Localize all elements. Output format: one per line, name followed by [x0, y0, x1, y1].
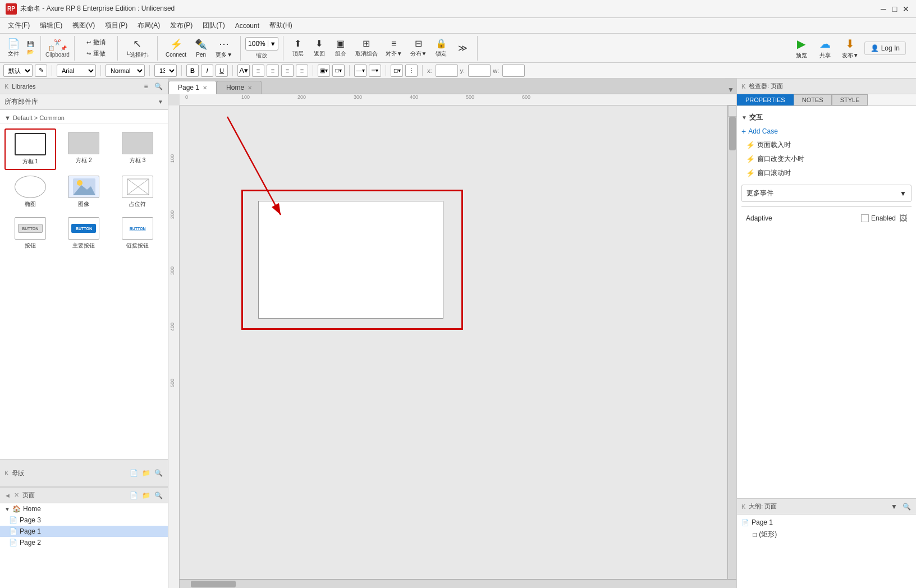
masters-search-icon[interactable]: 🔍 [153, 468, 163, 478]
align-justify-button[interactable]: ≡ [296, 65, 308, 77]
bold-button[interactable]: B [186, 65, 199, 77]
align-right-button[interactable]: ≡ [281, 65, 294, 77]
menu-view[interactable]: 视图(V) [68, 19, 99, 32]
publish-button[interactable]: ⬇ 发布▼ [837, 36, 863, 61]
pages-add-icon[interactable]: 📄 [129, 490, 139, 500]
ungroup-button[interactable]: ⊞ 取消组合 [352, 37, 381, 59]
distribute-button[interactable]: ⊟ 分布▼ [407, 37, 430, 59]
preview-button[interactable]: ▶ 预览 [790, 36, 813, 61]
login-button[interactable]: 👤 Log In [864, 42, 906, 55]
vertical-scrollbar[interactable] [727, 105, 736, 579]
style-selector[interactable]: 默认 [3, 65, 33, 77]
page-item-home[interactable]: ▼ 🏠 Home [0, 503, 168, 514]
page-item-page3[interactable]: 📄 Page 3 [0, 514, 168, 526]
component-box3[interactable]: 方框 3 [112, 128, 163, 170]
tab-home[interactable]: Home ✕ [217, 81, 262, 94]
tab-notes[interactable]: NOTES [794, 94, 832, 105]
menu-layout[interactable]: 布局(A) [133, 19, 164, 32]
libraries-search-icon[interactable]: 🔍 [153, 81, 163, 91]
page-item-page2[interactable]: 📄 Page 2 [0, 537, 168, 548]
pages-search-icon[interactable]: 🔍 [153, 490, 163, 500]
canvas-container[interactable]: 0 100 200 300 400 500 600 100 200 300 40… [168, 94, 736, 588]
y-input[interactable] [468, 65, 491, 77]
component-primary-button[interactable]: BUTTON 主要按钮 [58, 214, 110, 253]
component-image[interactable]: 图像 [58, 172, 110, 212]
tab-style[interactable]: STYLE [832, 94, 868, 105]
v-scroll-thumb[interactable] [729, 117, 736, 150]
copy-button[interactable]: 📋 [45, 45, 57, 52]
border-color-button[interactable]: □▾ [332, 65, 345, 77]
tab-scroll-icon[interactable]: ▼ [727, 86, 734, 94]
align-left-button[interactable]: ≡ [252, 65, 264, 77]
library-selector[interactable]: 所有部件库 ▼ [0, 94, 168, 110]
new-button[interactable]: 📄 文件 [3, 38, 24, 59]
x-input[interactable] [436, 65, 458, 77]
component-placeholder[interactable]: 占位符 [112, 172, 163, 212]
menu-publish[interactable]: 发布(P) [166, 19, 197, 32]
pen-button[interactable]: ✒️ Pen [191, 37, 211, 59]
line-width-button[interactable]: ═▾ [369, 65, 381, 77]
interaction-section-header[interactable]: ▼ 交互 [741, 111, 912, 125]
w-input[interactable] [502, 65, 525, 77]
add-case-button[interactable]: + Add Case [741, 125, 912, 138]
horizontal-scrollbar[interactable] [180, 579, 736, 588]
masters-folder-icon[interactable]: 📁 [141, 468, 151, 478]
adaptive-settings-icon[interactable]: 🖼 [899, 214, 907, 223]
canvas-inner-rect[interactable] [258, 201, 443, 319]
save-button[interactable]: 💾 [25, 40, 36, 48]
font-size-selector[interactable]: 13 [154, 65, 177, 77]
top-button[interactable]: ⬆ 顶层 [288, 37, 308, 59]
component-box2[interactable]: 方框 2 [58, 128, 110, 170]
outline-search-icon[interactable]: 🔍 [901, 502, 912, 512]
tab-properties[interactable]: PROPERTIES [737, 94, 794, 105]
align-button[interactable]: ≡ 对齐▼ [382, 38, 406, 59]
outline-filter-icon[interactable]: ▼ [889, 502, 899, 512]
menu-file[interactable]: 文件(F) [3, 19, 34, 32]
canvas-content[interactable] [180, 105, 736, 579]
maximize-button[interactable]: □ [890, 4, 899, 13]
align-center-button[interactable]: ≡ [267, 65, 279, 77]
more-tools-button[interactable]: ⋯ 更多▼ [212, 36, 236, 60]
more-format-button[interactable]: ⋮ [405, 65, 418, 77]
open-button[interactable]: 📂 [25, 48, 36, 56]
select-button[interactable]: ↖ └选择时↓ [122, 36, 153, 60]
redo-button[interactable]: ↪ 重做 [79, 48, 113, 59]
component-ellipse[interactable]: 椭图 [4, 172, 56, 212]
component-box1[interactable]: 方框 1 [4, 128, 56, 170]
tab-page1[interactable]: Page 1 ✕ [168, 81, 217, 94]
menu-help[interactable]: 帮助(H) [265, 19, 297, 32]
menu-team[interactable]: 团队(T) [198, 19, 229, 32]
libraries-menu-icon[interactable]: ≡ [141, 81, 151, 91]
tab-page1-close-icon[interactable]: ✕ [203, 85, 207, 91]
underline-button[interactable]: U [216, 65, 228, 77]
line-style-button[interactable]: —▾ [354, 65, 367, 77]
font-color-button[interactable]: A▾ [237, 65, 250, 77]
outline-item-rect[interactable]: □ (矩形) [741, 528, 912, 541]
menu-edit[interactable]: 编辑(E) [35, 19, 67, 32]
component-link-button[interactable]: BUTTON 链接按钮 [112, 214, 163, 253]
more-actions-button[interactable]: ≫ [452, 42, 473, 54]
corners-button[interactable]: ◻▾ [391, 65, 403, 77]
paste-button[interactable]: 📌 [58, 45, 69, 52]
fill-color-button[interactable]: ▣▾ [318, 65, 330, 77]
checkbox-icon[interactable] [861, 214, 869, 222]
tab-home-close-icon[interactable]: ✕ [248, 85, 252, 91]
share-button[interactable]: ☁ 共享 [814, 36, 836, 61]
undo-button[interactable]: ↩ 撤消 [79, 37, 113, 48]
minimize-button[interactable]: ─ [879, 4, 888, 13]
outline-item-page1[interactable]: 📄 Page 1 [741, 517, 912, 528]
connect-button[interactable]: ⚡ Connect [162, 37, 190, 59]
pages-folder-icon[interactable]: 📁 [141, 490, 151, 500]
adaptive-enabled-checkbox[interactable]: Enabled [861, 214, 896, 222]
h-scroll-thumb[interactable] [191, 581, 236, 587]
close-button[interactable]: ✕ [901, 4, 910, 13]
zoom-dropdown-button[interactable]: ▼ [268, 40, 278, 47]
style-dropdown[interactable]: Normal [106, 65, 145, 77]
event-page-load[interactable]: ⚡ 页面载入时 [741, 138, 912, 152]
style-edit-button[interactable]: ✎ [35, 65, 47, 77]
italic-button[interactable]: I [201, 65, 213, 77]
event-window-scroll[interactable]: ⚡ 窗口滚动时 [741, 166, 912, 180]
back-button[interactable]: ⬇ 返回 [309, 37, 329, 59]
menu-project[interactable]: 项目(P) [100, 19, 132, 32]
more-events-dropdown[interactable]: 更多事件 ▼ [741, 185, 912, 202]
